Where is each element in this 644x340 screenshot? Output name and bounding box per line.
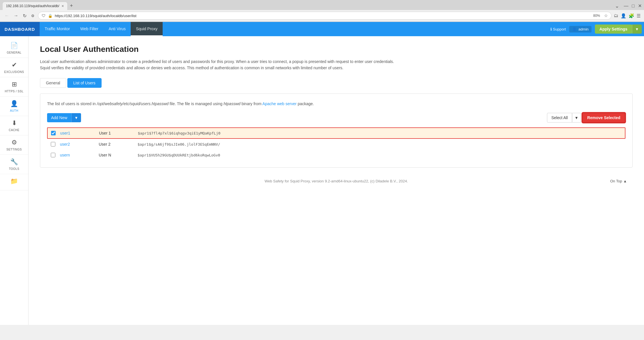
browser-nav-bar: ← → ↻ ⚙ 🛡 🔒 https://192.168.10.119/squid… bbox=[0, 10, 644, 22]
select-all-button[interactable]: Select All bbox=[547, 113, 572, 123]
pocket-icon[interactable]: 🗂 bbox=[614, 13, 618, 18]
tab-general[interactable]: General bbox=[40, 78, 66, 88]
info-icon: ℹ bbox=[550, 27, 552, 31]
back-button[interactable]: ← bbox=[3, 12, 10, 19]
content-card: The list of users is stored in /opt/webs… bbox=[40, 93, 633, 168]
user-row: user2 User 2 $apr1$g/sA6jf9$sJIe06.jlolF… bbox=[47, 139, 625, 150]
usern-display-name: User N bbox=[99, 153, 133, 157]
nav-squid-proxy[interactable]: Squid Proxy bbox=[131, 22, 162, 36]
nav-anti-virus[interactable]: Anti Virus bbox=[104, 22, 131, 36]
page-title: Local User Authentication bbox=[40, 45, 633, 54]
sidebar: 📄 GENERAL ✔ EXCLUSIONS ⊞ HTTPS / SSL 👤 A… bbox=[0, 36, 29, 325]
minimize-button[interactable]: — bbox=[624, 3, 628, 9]
user1-display-name: User 1 bbox=[99, 131, 133, 135]
tab-bar: General List of Users bbox=[40, 78, 633, 88]
lock-icon: 🔒 bbox=[48, 14, 53, 18]
tab-close-button[interactable]: × bbox=[62, 4, 64, 8]
address-url[interactable]: https://192.168.10.119/squid/auth/locald… bbox=[55, 14, 589, 18]
right-toolbar: Select All ▼ Remove Selected bbox=[547, 113, 625, 123]
admin-button[interactable]: 👤 admin bbox=[569, 26, 591, 32]
sidebar-item-folder[interactable]: 📁 bbox=[0, 174, 28, 190]
new-tab-button[interactable]: + bbox=[68, 3, 75, 9]
app-body: 📄 GENERAL ✔ EXCLUSIONS ⊞ HTTPS / SSL 👤 A… bbox=[0, 36, 644, 325]
user-icon: 👤 bbox=[572, 27, 577, 31]
user-list-toolbar: Add New ▼ Select All ▼ Remove Selected bbox=[47, 113, 625, 123]
bookmark-icon[interactable]: ☆ bbox=[604, 13, 608, 18]
forward-button[interactable]: → bbox=[13, 12, 19, 19]
user1-username[interactable]: user1 bbox=[60, 131, 94, 135]
sidebar-item-auth-label: AUTH bbox=[10, 109, 18, 112]
sidebar-item-tools[interactable]: 🔧 TOOLS bbox=[0, 155, 28, 174]
user-row: user1 User 1 $apr1$7fl4p7xl$6iqhqgv3qiE1… bbox=[47, 127, 625, 139]
nav-web-filter[interactable]: Web Filter bbox=[75, 22, 104, 36]
user1-checkbox[interactable] bbox=[51, 131, 56, 135]
user1-hash: $apr1$7fl4p7xl$6iqhqgv3qiE1yMQaKpfLj0 bbox=[138, 131, 221, 135]
window-controls: — □ ✕ bbox=[624, 3, 642, 9]
sidebar-item-general-label: GENERAL bbox=[7, 51, 21, 54]
remove-selected-button[interactable]: Remove Selected bbox=[582, 113, 625, 123]
sidebar-item-exclusions-label: EXCLUSIONS bbox=[4, 70, 24, 74]
general-icon: 📄 bbox=[10, 42, 18, 49]
sidebar-item-settings[interactable]: ⚙ SETTINGS bbox=[0, 135, 28, 155]
sidebar-item-general[interactable]: 📄 GENERAL bbox=[0, 38, 28, 58]
on-top-arrow-icon: ▲ bbox=[623, 179, 627, 183]
browser-right-icons: 🗂 👤 🧩 ☰ bbox=[614, 13, 641, 19]
browser-chrome: 192.168.10.119/squid/auth/localdb/ × + ⌄… bbox=[0, 0, 644, 22]
zoom-level[interactable]: 80% bbox=[591, 13, 602, 18]
address-bar[interactable]: 🛡 🔒 https://192.168.10.119/squid/auth/lo… bbox=[38, 12, 611, 20]
footer-text: Web Safety for Squid Proxy, version 9.2-… bbox=[265, 179, 408, 183]
sidebar-item-cache-label: CACHE bbox=[9, 129, 20, 132]
card-description: The list of users is stored in /opt/webs… bbox=[47, 101, 625, 107]
sidebar-item-exclusions[interactable]: ✔ EXCLUSIONS bbox=[0, 58, 28, 77]
extensions-button[interactable]: ⚙ bbox=[30, 13, 36, 19]
page-description: Local user authentication allows adminis… bbox=[40, 58, 397, 71]
auth-icon: 👤 bbox=[10, 100, 18, 107]
tab-menu-icon[interactable]: ⌄ bbox=[615, 3, 619, 9]
tab-list-of-users[interactable]: List of Users bbox=[67, 78, 102, 88]
user2-username[interactable]: user2 bbox=[60, 142, 94, 146]
apply-settings-button[interactable]: Apply Settings bbox=[595, 25, 632, 34]
support-button[interactable]: ℹ Support bbox=[550, 27, 566, 31]
cache-icon: ⬇ bbox=[12, 119, 17, 127]
add-new-dropdown-button[interactable]: ▼ bbox=[71, 113, 81, 122]
exclusions-icon: ✔ bbox=[12, 61, 17, 69]
add-new-group: Add New ▼ bbox=[47, 113, 81, 122]
menu-icon[interactable]: ☰ bbox=[637, 13, 641, 19]
reload-button[interactable]: ↻ bbox=[22, 12, 28, 20]
https-icon: ⊞ bbox=[12, 81, 17, 88]
select-all-dropdown-button[interactable]: ▼ bbox=[572, 113, 581, 123]
profile-icon[interactable]: 👤 bbox=[621, 13, 626, 19]
usern-username[interactable]: usern bbox=[60, 153, 94, 157]
user2-hash: $apr1$g/sA6jf9$sJIe06.jlolF3ESqEmNNV/ bbox=[138, 142, 220, 146]
maximize-button[interactable]: □ bbox=[632, 3, 635, 9]
user2-checkbox[interactable] bbox=[51, 142, 55, 146]
app-header: DASHBOARD Traffic Monitor Web Filter Ant… bbox=[0, 22, 644, 36]
main-content: Local User Authentication Local user aut… bbox=[29, 36, 644, 325]
user2-display-name: User 2 bbox=[99, 142, 133, 146]
settings-icon: ⚙ bbox=[11, 139, 17, 146]
sidebar-item-https-ssl[interactable]: ⊞ HTTPS / SSL bbox=[0, 77, 28, 97]
sidebar-item-tools-label: TOOLS bbox=[9, 167, 19, 170]
app-nav: Traffic Monitor Web Filter Anti Virus Sq… bbox=[40, 22, 163, 36]
page-footer: Web Safety for Squid Proxy, version 9.2-… bbox=[40, 173, 633, 189]
usern-checkbox[interactable] bbox=[51, 153, 55, 157]
close-window-button[interactable]: ✕ bbox=[638, 3, 642, 9]
add-new-button[interactable]: Add New bbox=[47, 113, 71, 122]
sidebar-item-cache[interactable]: ⬇ CACHE bbox=[0, 116, 28, 135]
apply-settings-dropdown-button[interactable]: ▼ bbox=[632, 25, 642, 34]
apply-settings-group: Apply Settings ▼ bbox=[595, 25, 642, 34]
select-all-group: Select All ▼ bbox=[547, 113, 581, 123]
tools-icon: 🔧 bbox=[10, 158, 18, 166]
user-row: usern User N $apr1$VU5h29GU$qDUUkREtjbd6… bbox=[47, 150, 625, 160]
app-logo[interactable]: DASHBOARD bbox=[0, 22, 40, 36]
on-top-link[interactable]: On Top ▲ bbox=[610, 179, 627, 183]
apache-link[interactable]: Apache web server bbox=[263, 101, 297, 106]
extensions-icon[interactable]: 🧩 bbox=[629, 13, 634, 19]
browser-tab-bar: 192.168.10.119/squid/auth/localdb/ × + ⌄… bbox=[0, 0, 644, 10]
user-list: user1 User 1 $apr1$7fl4p7xl$6iqhqgv3qiE1… bbox=[47, 127, 625, 160]
sidebar-item-auth[interactable]: 👤 AUTH bbox=[0, 97, 28, 116]
nav-traffic-monitor[interactable]: Traffic Monitor bbox=[40, 22, 75, 36]
tab-url-text: 192.168.10.119/squid/auth/localdb/ bbox=[6, 4, 59, 8]
shield-icon: 🛡 bbox=[42, 13, 46, 18]
browser-tab[interactable]: 192.168.10.119/squid/auth/localdb/ × bbox=[2, 2, 68, 10]
